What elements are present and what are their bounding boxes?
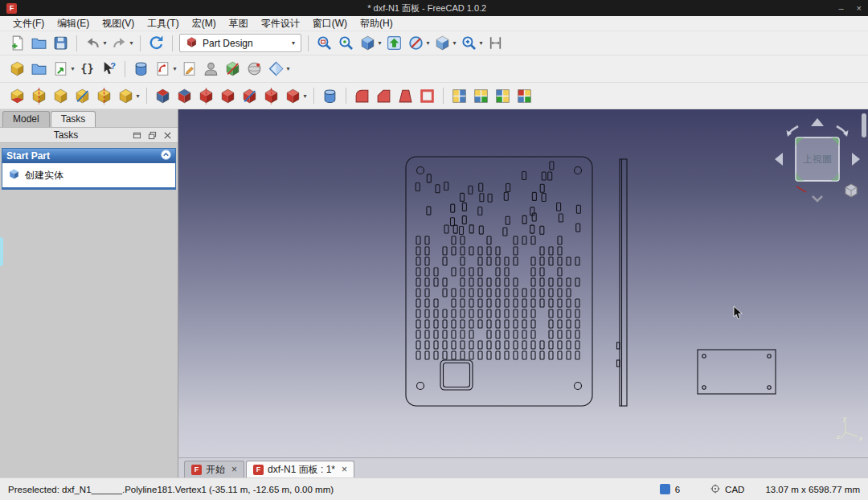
pad-icon[interactable] bbox=[6, 85, 28, 106]
draft-icon[interactable] bbox=[395, 85, 416, 106]
close-button[interactable]: × bbox=[857, 3, 862, 13]
toolbar-separator bbox=[146, 88, 147, 104]
float-panel-icon[interactable] bbox=[145, 129, 159, 141]
std-views-dropdown[interactable]: ▾ bbox=[451, 39, 458, 47]
redo-icon[interactable] bbox=[108, 33, 130, 54]
draw-style-icon[interactable] bbox=[405, 33, 427, 54]
close-tab-icon[interactable]: × bbox=[231, 465, 237, 474]
create-sketch-icon[interactable] bbox=[152, 59, 174, 80]
draw-style-dropdown[interactable]: ▾ bbox=[424, 39, 432, 47]
subtractive-helix-icon[interactable] bbox=[260, 85, 282, 106]
hole-icon[interactable] bbox=[174, 85, 195, 106]
make-link-dropdown[interactable]: ▾ bbox=[69, 65, 76, 72]
navigation-cube[interactable]: 上視圖 bbox=[768, 113, 867, 207]
additive-pipe-icon[interactable] bbox=[72, 85, 93, 106]
map-sketch-icon[interactable] bbox=[222, 59, 244, 80]
menu-view[interactable]: 视图(V) bbox=[96, 16, 141, 31]
menu-window[interactable]: 窗口(W) bbox=[306, 16, 354, 31]
create-body-icon[interactable] bbox=[130, 59, 152, 80]
menu-edit[interactable]: 编辑(E) bbox=[51, 16, 96, 31]
additive-primitive-icon[interactable] bbox=[115, 85, 137, 106]
viewport-scrollbar[interactable] bbox=[862, 113, 866, 137]
minimize-button[interactable]: – bbox=[838, 3, 843, 13]
subtractive-primitive-icon[interactable] bbox=[282, 85, 304, 106]
workbench-selector[interactable]: Part Design▾ bbox=[179, 34, 301, 52]
mirrored-icon[interactable] bbox=[448, 85, 470, 106]
dock-panel-icon[interactable] bbox=[130, 129, 144, 141]
undo-dropdown[interactable]: ▾ bbox=[101, 39, 108, 47]
menu-sketch[interactable]: 草图 bbox=[223, 16, 255, 31]
menu-macro[interactable]: 宏(M) bbox=[186, 16, 223, 31]
fit-all-icon[interactable] bbox=[313, 33, 335, 54]
menu-help[interactable]: 帮助(H) bbox=[354, 16, 399, 31]
measure-icon[interactable] bbox=[485, 33, 506, 54]
whats-this-icon[interactable]: ? bbox=[98, 59, 120, 80]
nav-menu-chevron-icon[interactable] bbox=[813, 196, 822, 201]
viewport-column: 上視圖 y x z bbox=[178, 109, 868, 477]
create-group-icon[interactable] bbox=[28, 59, 50, 80]
menu-partdesign[interactable]: 零件设计 bbox=[255, 16, 306, 31]
fit-selection-icon[interactable] bbox=[335, 33, 357, 54]
additive-loft-icon[interactable] bbox=[50, 85, 72, 106]
create-sketch-dropdown[interactable]: ▾ bbox=[171, 65, 178, 72]
tab-start-page[interactable]: F 开始 × bbox=[184, 461, 244, 477]
validate-sketch-icon[interactable] bbox=[265, 59, 287, 80]
fillet-icon[interactable] bbox=[351, 85, 373, 106]
sphere-datum-icon[interactable] bbox=[244, 59, 265, 80]
start-part-header[interactable]: Start Part bbox=[2, 149, 175, 163]
close-panel-icon[interactable] bbox=[161, 129, 174, 141]
nav-mini-cube-icon[interactable] bbox=[845, 184, 857, 197]
tab-tasks[interactable]: Tasks bbox=[51, 111, 96, 127]
create-part-icon[interactable] bbox=[6, 59, 28, 80]
freecad-window: F * dxf-N1 面板 - FreeCAD 1.0.2 – × 文件(F)编… bbox=[0, 0, 868, 500]
edit-sketch-icon[interactable] bbox=[178, 59, 200, 80]
multitransform-icon[interactable] bbox=[514, 85, 535, 106]
thickness-icon[interactable] bbox=[416, 85, 438, 106]
boolean-operation-icon[interactable] bbox=[319, 85, 341, 106]
start-part-title: Start Part bbox=[6, 150, 161, 162]
redo-dropdown[interactable]: ▾ bbox=[128, 39, 135, 47]
status-color-swatch[interactable] bbox=[660, 484, 670, 494]
sync-view-icon[interactable] bbox=[383, 33, 405, 54]
subtractive-primitive-dropdown[interactable]: ▾ bbox=[301, 92, 309, 100]
toolbar-separator bbox=[125, 61, 125, 77]
new-document-icon[interactable] bbox=[6, 33, 28, 54]
menu-file[interactable]: 文件(F) bbox=[6, 16, 51, 31]
groove-icon[interactable] bbox=[195, 85, 217, 106]
isometric-view-icon[interactable] bbox=[357, 33, 379, 54]
nav-cube-face[interactable]: 上視圖 bbox=[796, 137, 839, 181]
chamfer-icon[interactable] bbox=[373, 85, 395, 106]
additive-primitive-dropdown[interactable]: ▾ bbox=[134, 92, 141, 100]
dxf-drawing[interactable] bbox=[178, 109, 868, 457]
isometric-view-dropdown[interactable]: ▾ bbox=[376, 39, 383, 47]
panel-edge-highlight[interactable] bbox=[0, 237, 3, 266]
subtractive-loft-icon[interactable] bbox=[217, 85, 239, 106]
collapse-section-icon[interactable] bbox=[161, 150, 171, 162]
polar-pattern-icon[interactable] bbox=[492, 85, 514, 106]
zoom-icon[interactable] bbox=[458, 33, 480, 54]
3d-viewport[interactable]: 上視圖 y x z bbox=[178, 109, 868, 457]
tab-dxf-document[interactable]: F dxf-N1 面板 : 1* × bbox=[246, 461, 354, 477]
person-icon[interactable] bbox=[200, 59, 222, 80]
zoom-dropdown[interactable]: ▾ bbox=[477, 39, 485, 47]
close-tab-icon[interactable]: × bbox=[342, 465, 347, 474]
pocket-icon[interactable] bbox=[152, 85, 174, 106]
linear-pattern-icon[interactable] bbox=[470, 85, 492, 106]
make-link-icon[interactable] bbox=[50, 59, 72, 80]
undo-icon[interactable] bbox=[82, 33, 104, 54]
open-document-icon[interactable] bbox=[28, 33, 50, 54]
revolution-icon[interactable] bbox=[28, 85, 50, 106]
menu-tools[interactable]: 工具(T) bbox=[141, 16, 185, 31]
std-views-icon[interactable] bbox=[432, 33, 453, 54]
validate-sketch-dropdown[interactable]: ▾ bbox=[285, 65, 292, 72]
nav-style-icon bbox=[710, 484, 720, 495]
tab-model[interactable]: Model bbox=[2, 111, 50, 127]
menubar: 文件(F)编辑(E)视图(V)工具(T)宏(M)草图零件设计窗口(W)帮助(H) bbox=[0, 16, 868, 31]
subtractive-pipe-icon[interactable] bbox=[239, 85, 260, 106]
refresh-icon[interactable] bbox=[145, 33, 167, 54]
additive-helix-icon[interactable] bbox=[93, 85, 115, 106]
variable-set-icon[interactable]: {} bbox=[76, 59, 98, 80]
save-icon[interactable] bbox=[50, 33, 72, 54]
create-solid-item[interactable]: 创建实体 bbox=[2, 163, 175, 189]
nav-style-label[interactable]: CAD bbox=[725, 485, 744, 494]
